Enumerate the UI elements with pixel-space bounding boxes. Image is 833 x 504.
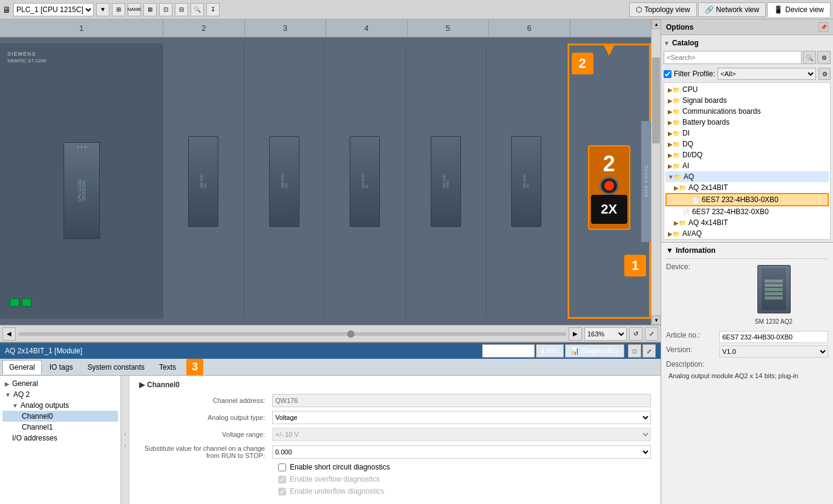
zoom-reset-btn[interactable]: ↺ (629, 327, 642, 341)
article-label: Article no.: (666, 331, 714, 339)
article-value-input[interactable] (719, 331, 828, 343)
cat-6es7-hb32[interactable]: 📄 6ES7 232-4HB32-0XB0 (665, 206, 829, 217)
catalog-search-input[interactable] (664, 51, 802, 64)
info-section: ▼ Information Device: SM 123 (661, 243, 833, 504)
network-view-tab[interactable]: 🔗 Network view (698, 2, 766, 17)
cat-ai-aq[interactable]: ▶📁 AI/AQ (665, 228, 829, 239)
catalog-header[interactable]: ▼ Catalog (664, 38, 831, 48)
slot-6[interactable]: SM 1231TC (486, 44, 567, 319)
panel-minimize-btn[interactable]: □ (628, 344, 641, 358)
tab-diagnostics[interactable]: 📊 Diagnostics (565, 344, 624, 358)
cat-signal-boards[interactable]: ▶📁 Signal boards (665, 95, 829, 106)
cat-aq-4x14bit[interactable]: ▶📁 AQ 4x14BIT (665, 217, 829, 228)
plc-dropdown[interactable]: PLC_1 [CPU 1215C] (13, 3, 94, 16)
slot-5[interactable]: SM 1231RTD (406, 44, 487, 319)
topology-view-tab[interactable]: ⬡ Topology view (629, 2, 696, 17)
topology-view-label: Topology view (644, 5, 690, 14)
filter-checkbox[interactable] (664, 70, 671, 78)
device-panel: 1 2 3 4 5 6 SIEMENS SIMATIC S7-1200 (0, 19, 661, 504)
main-area: 1 2 3 4 5 6 SIEMENS SIMATIC S7-1200 (0, 19, 833, 504)
filter-settings-btn[interactable]: ⚙ (818, 68, 831, 80)
tab-info[interactable]: ℹ Info (536, 344, 564, 358)
zoom-level-select[interactable]: 163% (584, 327, 627, 341)
underflow-checkbox[interactable] (278, 488, 286, 496)
underflow-row: Enable underflow diagnostics (278, 487, 651, 496)
device-view-tab[interactable]: 📱 Device view (767, 2, 831, 17)
top-bar: 🖥 PLC_1 [CPU 1215C] ▼ ⊞ NAME ⊠ ⊡ ⊟ 🔍 ↧ ⬡… (0, 0, 833, 19)
right-panel: Options 📌 ▼ Catalog 🔍 ⚙ Filter Profile: … (661, 19, 833, 504)
voltage-range-label: Voltage range: (139, 431, 272, 438)
cat-dq[interactable]: ▶📁 DQ (665, 139, 829, 149)
cat-battery-boards[interactable]: ▶📁 Battery boards (665, 117, 829, 128)
substitute-value-select[interactable]: 0.000 (272, 445, 651, 459)
tree-general[interactable]: ▶ General (2, 378, 118, 389)
short-circuit-checkbox[interactable] (278, 463, 286, 471)
info-section-header[interactable]: ▼ Information (666, 245, 828, 259)
col-1: 1 (0, 19, 163, 37)
info-section-arrow: ▼ (666, 246, 673, 255)
cpu-slot[interactable]: SIEMENS SIMATIC S7-1200 CPU 1215CDC/DC/D… (0, 44, 163, 319)
cat-aq-2x14bit[interactable]: ▶📁 AQ 2x14BIT (665, 182, 829, 193)
tab-properties[interactable]: ⚙ Properties (482, 344, 535, 358)
toolbar-btn-5[interactable]: ↧ (206, 3, 220, 16)
zoom-out-btn[interactable]: ▶ (569, 327, 582, 341)
device-info-row: Device: SM 1232 AQ2 (666, 263, 828, 329)
channel-address-input[interactable] (272, 394, 651, 407)
badge-2: 2 (572, 53, 593, 74)
panel-maximize-btn[interactable]: ⤢ (642, 344, 656, 358)
slot-2[interactable]: SM 1231DC (163, 44, 244, 319)
nav-system-constants[interactable]: System constants (80, 360, 151, 375)
cat-di-dq[interactable]: ▶📁 DI/DQ (665, 149, 829, 160)
vscroll-up[interactable]: ▲ (652, 19, 661, 29)
topology-icon: ⬡ (636, 5, 642, 14)
aq-drop-slot[interactable]: ▼ 2 2 2X (567, 44, 652, 319)
catalog-search-btn[interactable]: 🔍 (803, 51, 816, 64)
nav-general[interactable]: General (2, 360, 42, 375)
tree-channel1[interactable]: Channel1 (2, 422, 118, 433)
overflow-checkbox[interactable] (278, 476, 286, 483)
toolbar-btn-1[interactable]: ⊞ (112, 3, 125, 16)
description-label: Description: (666, 360, 714, 368)
plc-dropdown-btn[interactable]: ▼ (96, 3, 109, 16)
slot-4[interactable]: SM 1231AI (325, 44, 406, 319)
zoom-fit-btn[interactable]: ◀ (2, 327, 16, 341)
short-circuit-row: Enable short circuit diagnostics (278, 463, 651, 471)
slot-3[interactable]: SM 1222DC (244, 44, 325, 319)
options-pin-btn[interactable]: 📌 (818, 22, 828, 32)
aq-module-visual: 2 2X (588, 145, 630, 230)
toolbar-btn-name[interactable]: NAME (128, 3, 141, 16)
analog-output-type-select[interactable]: Voltage Current (272, 411, 651, 424)
profile-select[interactable]: <All> (717, 68, 816, 80)
voltage-range-select[interactable]: +/- 10 V (272, 428, 651, 441)
props-tree: ▶ General ▼ AQ 2 ▼ Analog outputs Channe… (0, 376, 121, 504)
cat-ai[interactable]: ▶📁 AI (665, 160, 829, 171)
cat-di[interactable]: ▶📁 DI (665, 128, 829, 139)
substitute-value-label: Substitute value for channel on a change… (139, 445, 272, 459)
cat-6es7-hb30[interactable]: 📄 6ES7 232-4HB30-0XB0 (665, 193, 829, 206)
col-6: 6 (489, 19, 570, 37)
catalog-settings-btn[interactable]: ⚙ (817, 51, 831, 64)
profile-label: Profile: (693, 70, 715, 78)
cat-comm-boards[interactable]: ▶📁 Communications boards (665, 106, 829, 117)
expand-btn[interactable]: ⤢ (645, 327, 658, 341)
tree-io-addresses[interactable]: I/O addresses (2, 433, 118, 443)
nav-texts[interactable]: Texts (152, 360, 183, 375)
cat-comm-modules[interactable]: ▶📁 Communications modules (665, 239, 829, 240)
tree-channel0[interactable]: Channel0 (2, 411, 118, 422)
toolbar-btn-zoom[interactable]: 🔍 (191, 3, 204, 16)
tree-aq2[interactable]: ▼ AQ 2 (2, 389, 118, 400)
cat-cpu[interactable]: ▶📁 CPU (665, 84, 829, 95)
tree-analog-outputs[interactable]: ▼ Analog outputs (2, 400, 118, 411)
version-select[interactable]: V1.0 (719, 345, 828, 358)
plc-selector[interactable]: 🖥 PLC_1 [CPU 1215C] ▼ (2, 3, 109, 16)
toolbar-btn-3[interactable]: ⊡ (159, 3, 172, 16)
toolbar-btn-4[interactable]: ⊟ (175, 3, 188, 16)
version-label: Version: (666, 345, 714, 354)
cat-aq[interactable]: ▼📁 AQ (665, 171, 829, 182)
vscroll[interactable]: ▲ ▼ (651, 19, 661, 325)
tree-expand-handle[interactable]: ‹ › (121, 376, 129, 504)
toolbar-btn-2[interactable]: ⊠ (143, 3, 157, 16)
vscroll-down[interactable]: ▼ (652, 315, 661, 325)
nav-io-tags[interactable]: IO tags (43, 360, 80, 375)
badge-3: 3 (186, 359, 203, 376)
